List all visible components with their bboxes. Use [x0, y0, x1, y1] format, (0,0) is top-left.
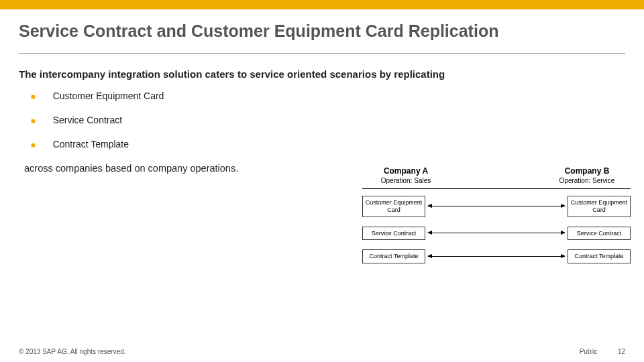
page-title: Service Contract and Customer Equipment …	[19, 21, 625, 41]
box-right: Contract Template	[568, 249, 631, 263]
company-b-header: Company B Operation: Service	[543, 166, 631, 184]
box-right: Service Contract	[568, 227, 631, 241]
accent-bar	[0, 0, 644, 9]
bullet-text: Customer Equipment Card	[53, 90, 164, 101]
list-item: ■ Customer Equipment Card	[31, 90, 625, 103]
company-b-operation: Operation: Service	[543, 177, 631, 184]
box-left: Service Contract	[362, 227, 425, 241]
bullet-icon: ■	[31, 115, 36, 127]
page-number: 12	[618, 348, 625, 355]
company-a-operation: Operation: Sales	[362, 177, 449, 184]
double-arrow-icon	[428, 256, 565, 257]
footer-right: Public 12	[580, 348, 625, 355]
diagram-headers: Company A Operation: Sales Company B Ope…	[362, 166, 631, 184]
bullet-icon: ■	[31, 139, 36, 151]
intro-text: The intercompany integration solution ca…	[19, 68, 625, 80]
box-left: Customer Equipment Card	[362, 196, 425, 217]
list-item: ■ Service Contract	[31, 115, 625, 127]
footer: © 2013 SAP AG. All rights reserved. Publ…	[0, 348, 644, 355]
title-divider	[19, 53, 625, 54]
bullet-text: Service Contract	[53, 115, 122, 125]
box-left: Contract Template	[362, 249, 425, 263]
company-a-name: Company A	[362, 166, 449, 176]
list-item: ■ Contract Template	[31, 139, 625, 151]
bullet-list: ■ Customer Equipment Card ■ Service Cont…	[19, 90, 625, 151]
classification-text: Public	[580, 348, 598, 355]
diagram-row: Service Contract Service Contract	[362, 227, 631, 241]
box-right: Customer Equipment Card	[568, 196, 631, 217]
double-arrow-icon	[428, 206, 565, 206]
replication-diagram: Company A Operation: Sales Company B Ope…	[362, 166, 631, 273]
diagram-row: Contract Template Contract Template	[362, 249, 631, 263]
bullet-text: Contract Template	[53, 139, 129, 149]
company-b-name: Company B	[543, 166, 631, 176]
double-arrow-icon	[428, 233, 565, 233]
diagram-divider	[362, 188, 631, 189]
slide-content: Service Contract and Customer Equipment …	[0, 9, 644, 174]
bullet-icon: ■	[31, 90, 36, 103]
diagram-row: Customer Equipment Card Customer Equipme…	[362, 196, 631, 217]
copyright-text: © 2013 SAP AG. All rights reserved.	[19, 348, 126, 355]
company-a-header: Company A Operation: Sales	[362, 166, 449, 184]
